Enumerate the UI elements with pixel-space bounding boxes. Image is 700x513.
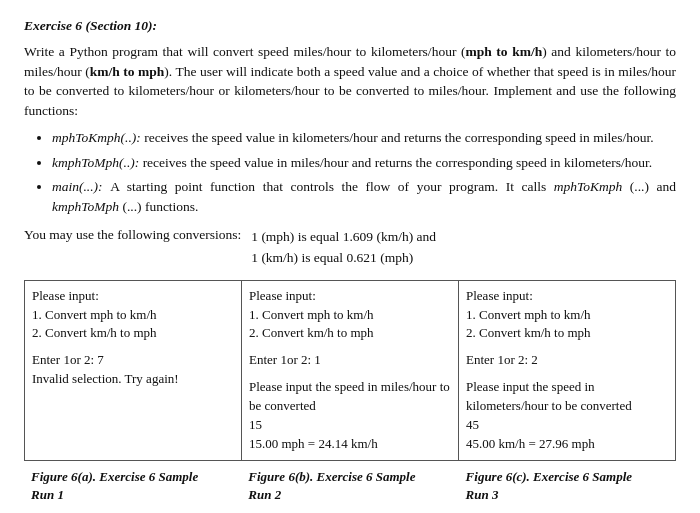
exercise-header: Exercise 6 (Section 10): (24, 18, 676, 34)
caption-b-line1: Figure 6(b). Exercise 6 Sample (248, 468, 451, 486)
bullet-1-func: mphToKmph(..): (52, 130, 144, 145)
caption-a: Figure 6(a). Exercise 6 Sample Run 1 (24, 465, 241, 504)
caption-c: Figure 6(c). Exercise 6 Sample Run 3 (459, 465, 676, 504)
intro-paragraph: Write a Python program that will convert… (24, 42, 676, 120)
caption-c-line1: Figure 6(c). Exercise 6 Sample (466, 468, 669, 486)
sample-c-line5: Please input the speed in kilometers/hou… (466, 378, 668, 416)
bullet-2: kmphToMph(..): receives the speed value … (52, 153, 676, 173)
caption-b: Figure 6(b). Exercise 6 Sample Run 2 (241, 465, 458, 504)
conversion-line1: 1 (mph) is equal 1.609 (km/h) and (251, 227, 436, 247)
caption-a-line2: Run 1 (31, 486, 234, 504)
sample-b-line6: 15 (249, 416, 451, 435)
sample-c-line2: 1. Convert mph to km/h (466, 306, 668, 325)
conversions-row: You may use the following conversions: 1… (24, 227, 676, 268)
sample-b-line3: 2. Convert km/h to mph (249, 324, 451, 343)
sample-b-line1: Please input: (249, 287, 451, 306)
sample-c-line4: Enter 1or 2: 2 (466, 351, 668, 370)
sample-a-line1: Please input: (32, 287, 234, 306)
sample-a-line4: Enter 1or 2: 7 (32, 351, 234, 370)
sample-a-line2: 1. Convert mph to km/h (32, 306, 234, 325)
sample-a-line5: Invalid selection. Try again! (32, 370, 234, 389)
sample-cell-b: Please input: 1. Convert mph to km/h 2. … (242, 280, 459, 460)
bullet-3: main(...): A starting point function tha… (52, 177, 676, 218)
bullet-2-func: kmphToMph(..): (52, 155, 143, 170)
sample-c-line7: 45.00 km/h = 27.96 mph (466, 435, 668, 454)
bullet-1-text: receives the speed value in kilometers/h… (144, 130, 653, 145)
conversions-values: 1 (mph) is equal 1.609 (km/h) and 1 (km/… (251, 227, 436, 268)
caption-b-line2: Run 2 (248, 486, 451, 504)
samples-row: Please input: 1. Convert mph to km/h 2. … (25, 280, 676, 460)
sample-cell-c: Please input: 1. Convert mph to km/h 2. … (459, 280, 676, 460)
sample-b-line4: Enter 1or 2: 1 (249, 351, 451, 370)
sample-b-line5: Please input the speed in miles/hour to … (249, 378, 451, 416)
bullet-2-text: receives the speed value in miles/hour a… (143, 155, 652, 170)
header-text: Exercise 6 (Section 10): (24, 18, 157, 33)
bullet-3-func: main(...): (52, 179, 110, 194)
bullet-1: mphToKmph(..): receives the speed value … (52, 128, 676, 148)
bullet-3-text: A starting point function that controls … (52, 179, 676, 214)
sample-c-line6: 45 (466, 416, 668, 435)
sample-b-line2: 1. Convert mph to km/h (249, 306, 451, 325)
conversions-label: You may use the following conversions: (24, 227, 241, 243)
sample-c-line1: Please input: (466, 287, 668, 306)
sample-cell-a: Please input: 1. Convert mph to km/h 2. … (25, 280, 242, 460)
caption-a-line1: Figure 6(a). Exercise 6 Sample (31, 468, 234, 486)
conversion-line2: 1 (km/h) is equal 0.621 (mph) (251, 248, 436, 268)
captions-row: Figure 6(a). Exercise 6 Sample Run 1 Fig… (24, 465, 676, 504)
samples-table: Please input: 1. Convert mph to km/h 2. … (24, 280, 676, 461)
sample-c-line3: 2. Convert km/h to mph (466, 324, 668, 343)
sample-b-line7: 15.00 mph = 24.14 km/h (249, 435, 451, 454)
caption-c-line2: Run 3 (466, 486, 669, 504)
bullet-list: mphToKmph(..): receives the speed value … (52, 128, 676, 217)
sample-a-line3: 2. Convert km/h to mph (32, 324, 234, 343)
